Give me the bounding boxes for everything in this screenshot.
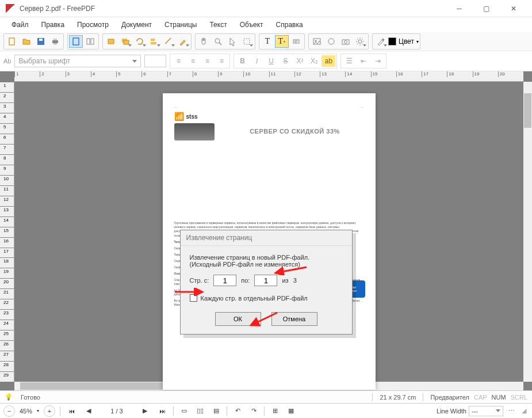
view-continuous-icon[interactable]: ▤ — [210, 405, 222, 417]
menu-help[interactable]: Справка — [270, 18, 309, 31]
highlight-button[interactable]: ab — [322, 55, 335, 67]
svg-rect-3 — [52, 40, 58, 43]
status-scrl: SCRL — [511, 394, 527, 401]
font-size-input[interactable] — [144, 55, 166, 67]
page-heading: СЕРВЕР СО СКИДКОЙ 33% — [226, 128, 364, 135]
svg-rect-5 — [53, 43, 57, 45]
menu-object[interactable]: Объект — [234, 18, 269, 31]
prev-page-button[interactable]: ◀ — [82, 405, 95, 417]
menu-text[interactable]: Текст — [204, 18, 232, 31]
gear-icon[interactable] — [353, 35, 367, 48]
zoom-in-button[interactable]: + — [44, 405, 55, 417]
object-color-icon[interactable] — [176, 35, 190, 48]
from-input[interactable] — [213, 275, 236, 286]
annotation-arrow-to-input — [273, 266, 308, 275]
svg-rect-16 — [244, 39, 250, 44]
rotate-right-icon[interactable]: ↷ — [248, 405, 259, 417]
selection-icon[interactable]: ▦ — [285, 405, 297, 417]
menu-document[interactable]: Документ — [116, 18, 158, 31]
ruler-vertical: 1234567891011121314151617181920212223242… — [0, 82, 14, 382]
close-button[interactable]: ✕ — [500, 1, 526, 17]
annotate-tool-icon[interactable] — [289, 35, 303, 48]
status-dims: 21 x 29.7 cm — [380, 394, 416, 401]
font-placeholder: Выбрать шрифт — [18, 57, 70, 65]
font-select[interactable]: Выбрать шрифт — [14, 55, 141, 67]
zoom-out-button[interactable]: − — [3, 405, 15, 417]
minimize-button[interactable]: ─ — [446, 1, 472, 17]
menu-pages[interactable]: Страницы — [159, 18, 202, 31]
menu-file[interactable]: Файл — [6, 18, 35, 31]
server-image — [174, 123, 215, 140]
object-stack-icon[interactable] — [118, 35, 132, 48]
tab-right-icon[interactable]: ⇥ — [371, 55, 385, 67]
ruler-horizontal: 1234567891011121314151617181920 — [14, 71, 523, 82]
dialog-line1: Извлечение страниц в новый PDF-файл. — [190, 254, 343, 261]
align-center-icon[interactable]: ≡ — [186, 55, 200, 67]
svg-rect-4 — [53, 39, 57, 40]
text-tool-icon[interactable]: T — [261, 35, 274, 48]
pointer-tool-icon[interactable] — [225, 35, 239, 48]
align-left-icon[interactable]: ≡ — [171, 55, 185, 67]
save-icon[interactable] — [34, 35, 48, 48]
svg-rect-8 — [91, 39, 94, 44]
to-input[interactable] — [254, 275, 277, 286]
scrollbar-vertical-thumb[interactable] — [524, 93, 531, 128]
svg-point-25 — [358, 40, 362, 43]
align-right-icon[interactable]: ≡ — [200, 55, 214, 67]
open-icon[interactable] — [20, 35, 33, 48]
title-bar: Сервер 2.pdf - FreePDF ─ ▢ ✕ — [0, 0, 532, 17]
object-rotate-icon[interactable] — [133, 35, 147, 48]
rotate-left-icon[interactable]: ↶ — [232, 405, 243, 417]
font-toolbar: Ab Выбрать шрифт ≡ ≡ ≡ ≡ B I U S X² X₂ a… — [0, 51, 532, 71]
object-measure-icon[interactable] — [162, 35, 175, 48]
snap-icon[interactable]: ⊞ — [269, 405, 281, 417]
first-page-button[interactable]: ⏮ — [65, 405, 78, 417]
maximize-button[interactable]: ▢ — [473, 1, 499, 17]
zoom-tool-icon[interactable] — [211, 35, 225, 48]
object-align-icon[interactable] — [147, 35, 161, 48]
checkbox-label: Каждую стр. в отдельный PDF-файл — [201, 295, 308, 302]
status-preview[interactable]: Предварител — [430, 394, 469, 401]
resize-grip-icon[interactable]: ◢ — [519, 407, 529, 415]
superscript-button[interactable]: X² — [293, 55, 307, 67]
menu-edit[interactable]: Правка — [36, 18, 71, 31]
zoom-value[interactable]: 45% — [20, 408, 32, 415]
underline-button[interactable]: U — [264, 55, 278, 67]
view-single-icon[interactable]: ▭ — [178, 405, 190, 417]
svg-rect-17 — [293, 40, 299, 43]
main-toolbar: T T+ Цвет ▾ — [0, 32, 532, 51]
workspace: 1234567891011121314151617181920 12345678… — [0, 71, 532, 390]
layout-multi-icon[interactable] — [83, 35, 97, 48]
wand-icon[interactable] — [374, 35, 388, 48]
strike-button[interactable]: S — [278, 55, 292, 67]
linewidth-more-icon[interactable]: ⋯ — [506, 405, 517, 417]
shape-circle-icon[interactable] — [324, 35, 338, 48]
layout-single-icon[interactable] — [69, 35, 83, 48]
crop-tool-icon[interactable] — [240, 35, 254, 48]
window-title: Сервер 2.pdf - FreePDF — [20, 5, 95, 13]
tab-left-icon[interactable]: ⇤ — [357, 55, 370, 67]
print-icon[interactable] — [48, 35, 62, 48]
view-facing-icon[interactable]: ▯▯ — [194, 405, 206, 417]
page-indicator[interactable]: 1 / 3 — [99, 408, 134, 415]
dialog-title: Извлечение страниц — [181, 230, 352, 246]
camera-icon[interactable] — [339, 35, 353, 48]
italic-button[interactable]: I — [250, 55, 263, 67]
hand-tool-icon[interactable] — [197, 35, 210, 48]
object-rect-icon[interactable] — [104, 35, 118, 48]
text-highlight-tool-icon[interactable]: T+ — [275, 35, 289, 48]
align-justify-icon[interactable]: ≡ — [215, 55, 228, 67]
last-page-button[interactable]: ⏭ — [156, 405, 169, 417]
ab-icon: Ab — [3, 58, 11, 64]
total-pages: 3 — [293, 277, 297, 284]
menu-view[interactable]: Просмотр — [71, 18, 114, 31]
new-icon[interactable] — [5, 35, 19, 48]
image-tool-icon[interactable] — [310, 35, 324, 48]
subscript-button[interactable]: X₂ — [307, 55, 321, 67]
color-swatch[interactable] — [388, 37, 396, 45]
scrollbar-vertical[interactable] — [523, 82, 532, 382]
linespace-icon[interactable]: ☰ — [342, 55, 356, 67]
bold-button[interactable]: B — [235, 55, 249, 67]
linewidth-select[interactable]: --- — [469, 406, 503, 416]
next-page-button[interactable]: ▶ — [139, 405, 151, 417]
